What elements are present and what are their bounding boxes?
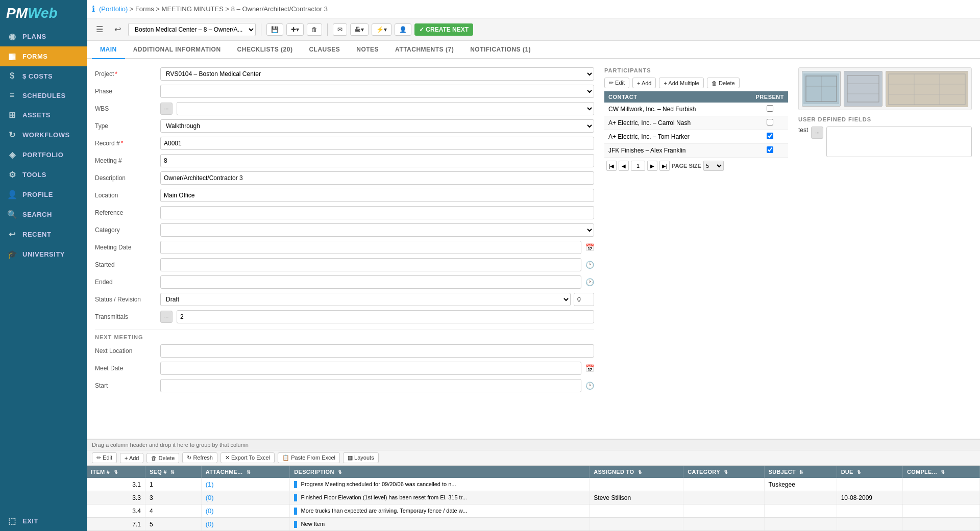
- sidebar-item-workflows[interactable]: ↻ Workflows: [0, 125, 87, 145]
- tab-clauses[interactable]: Clauses: [301, 41, 348, 59]
- udf-title: USER DEFINED FIELDS: [798, 116, 972, 122]
- grid-delete-button[interactable]: 🗑 Delete: [146, 453, 179, 463]
- grid-edit-button[interactable]: ✏ Edit: [92, 452, 117, 463]
- create-next-button[interactable]: ✓ CREATE NEXT: [414, 23, 473, 36]
- participants-edit-button[interactable]: ✏ Edit: [604, 78, 629, 88]
- sidebar-item-search[interactable]: 🔍 Search: [0, 205, 87, 224]
- participants-add-multiple-button[interactable]: + Add Multiple: [659, 78, 703, 88]
- description-input[interactable]: [160, 171, 594, 185]
- participant-present-1[interactable]: [767, 105, 773, 112]
- tab-attachments[interactable]: Attachments (7): [387, 41, 462, 59]
- reference-input[interactable]: [160, 206, 594, 219]
- status-select[interactable]: Draft: [160, 293, 571, 306]
- participants-add-button[interactable]: + Add: [632, 78, 656, 88]
- next-page-button[interactable]: ▶: [647, 161, 657, 171]
- tab-notes[interactable]: Notes: [348, 41, 387, 59]
- cell-seq-2: 3: [145, 491, 201, 504]
- thumbnail-1[interactable]: [802, 71, 841, 107]
- participant-present-3[interactable]: [767, 133, 773, 139]
- category-select[interactable]: [160, 223, 594, 237]
- participant-present-4[interactable]: [767, 146, 773, 153]
- location-input[interactable]: [160, 189, 594, 202]
- sidebar-item-recent[interactable]: ↩ Recent: [0, 224, 87, 244]
- grid-add-button[interactable]: + Add: [120, 453, 143, 463]
- attach-link-4[interactable]: (0): [206, 520, 214, 528]
- add-button[interactable]: ✚▾: [286, 23, 304, 36]
- started-input[interactable]: [160, 258, 581, 271]
- clock-icon-ended[interactable]: 🕐: [585, 278, 594, 286]
- phase-select[interactable]: [160, 85, 594, 98]
- desc-link-3[interactable]: More trucks than expected are arriving. …: [301, 508, 468, 514]
- thumbnail-2[interactable]: [844, 71, 883, 107]
- page-size-select[interactable]: 5 10 25: [703, 161, 724, 171]
- sidebar-item-plans[interactable]: ◉ Plans: [0, 27, 87, 46]
- meeting-input[interactable]: [160, 154, 594, 167]
- sidebar-item-forms[interactable]: ▦ Forms: [0, 46, 87, 66]
- col-due: DUE ⇅: [837, 466, 902, 478]
- ended-input[interactable]: [160, 275, 581, 289]
- current-page-input[interactable]: [631, 161, 645, 171]
- meeting-date-input[interactable]: [160, 241, 581, 254]
- sidebar-item-tools[interactable]: ⚙ Tools: [0, 165, 87, 185]
- sidebar-item-profile[interactable]: 👤 Profile: [0, 185, 87, 205]
- print-button[interactable]: 🖶▾: [350, 23, 369, 36]
- info-icon[interactable]: ℹ: [92, 4, 95, 14]
- wbs-dots-button[interactable]: ···: [160, 103, 173, 115]
- meet-date-input[interactable]: [160, 362, 581, 375]
- lightning-button[interactable]: ⚡▾: [372, 23, 391, 36]
- clock-icon-start[interactable]: 🕐: [585, 382, 594, 390]
- grid-export-button[interactable]: ✕ Export To Excel: [220, 452, 275, 463]
- email-button[interactable]: ✉: [333, 23, 347, 36]
- clock-icon-started[interactable]: 🕐: [585, 261, 594, 269]
- first-page-button[interactable]: |◀: [606, 161, 617, 171]
- last-page-button[interactable]: ▶|: [659, 161, 670, 171]
- type-select[interactable]: Walkthrough: [160, 119, 594, 133]
- sidebar-item-exit[interactable]: ⬚ Exit: [0, 511, 87, 531]
- workflows-icon: ↻: [7, 130, 17, 140]
- transmittals-input[interactable]: [177, 310, 594, 323]
- prev-page-button[interactable]: ◀: [619, 161, 629, 171]
- grid-layouts-button[interactable]: ▦ Layouts: [343, 452, 379, 463]
- delete-button[interactable]: 🗑: [307, 23, 322, 36]
- desc-link-1[interactable]: Progress Meeting scheduled for 09/20/06 …: [301, 481, 456, 487]
- start-input[interactable]: [160, 379, 581, 392]
- participant-present-2[interactable]: [767, 119, 773, 125]
- next-location-input[interactable]: [160, 344, 594, 358]
- desc-link-4[interactable]: New Item: [301, 521, 325, 527]
- record-input[interactable]: [160, 137, 594, 150]
- tab-notifications[interactable]: Notifications (1): [462, 41, 539, 59]
- location-label: Location: [95, 192, 156, 199]
- attach-link-3[interactable]: (0): [206, 507, 214, 515]
- udf-field-input[interactable]: [826, 127, 972, 157]
- project-select[interactable]: Boston Medical Center – 8 – Owner/A...: [128, 23, 256, 36]
- attach-link-2[interactable]: (0): [206, 494, 214, 501]
- sidebar-item-costs[interactable]: $ $ Costs: [0, 66, 87, 86]
- tab-checklists[interactable]: Checklists (20): [229, 41, 301, 59]
- tab-additional[interactable]: Additional Information: [125, 41, 229, 59]
- save-button[interactable]: 💾: [266, 23, 283, 36]
- participants-delete-button[interactable]: 🗑 Delete: [707, 78, 740, 88]
- participants-title: PARTICIPANTS: [604, 67, 788, 73]
- calendar-icon-meeting[interactable]: 📅: [585, 243, 594, 251]
- sidebar-item-assets[interactable]: ⊞ Assets: [0, 105, 87, 125]
- wbs-select[interactable]: [177, 102, 594, 115]
- hamburger-button[interactable]: ☰: [92, 22, 107, 36]
- desc-link-2[interactable]: Finished Floor Elevation (1st level) has…: [301, 494, 467, 500]
- tab-main[interactable]: Main: [92, 41, 125, 59]
- person-button[interactable]: 👤: [395, 23, 411, 36]
- sidebar-item-university[interactable]: 🎓 University: [0, 244, 87, 264]
- udf-dots-button[interactable]: ···: [811, 127, 823, 139]
- sidebar-item-schedules[interactable]: ≡ Schedules: [0, 86, 87, 105]
- thumbnail-3[interactable]: [886, 71, 968, 107]
- grid-refresh-button[interactable]: ↻ Refresh: [182, 452, 217, 463]
- sidebar-item-portfolio[interactable]: ◈ Portfolio: [0, 145, 87, 165]
- calendar-icon-meet[interactable]: 📅: [585, 364, 594, 372]
- attach-link-1[interactable]: (1): [206, 481, 214, 488]
- transmittals-dots-button[interactable]: ···: [160, 311, 173, 323]
- cell-seq-1: 1: [145, 478, 201, 491]
- revision-input[interactable]: [574, 293, 594, 306]
- undo-button[interactable]: ↩: [110, 22, 125, 36]
- project-select-field[interactable]: RVS0104 – Boston Medical Center: [160, 67, 594, 81]
- grid-paste-button[interactable]: 📋 Paste From Excel: [278, 452, 340, 463]
- breadcrumb-portfolio[interactable]: (Portfolio): [99, 5, 128, 13]
